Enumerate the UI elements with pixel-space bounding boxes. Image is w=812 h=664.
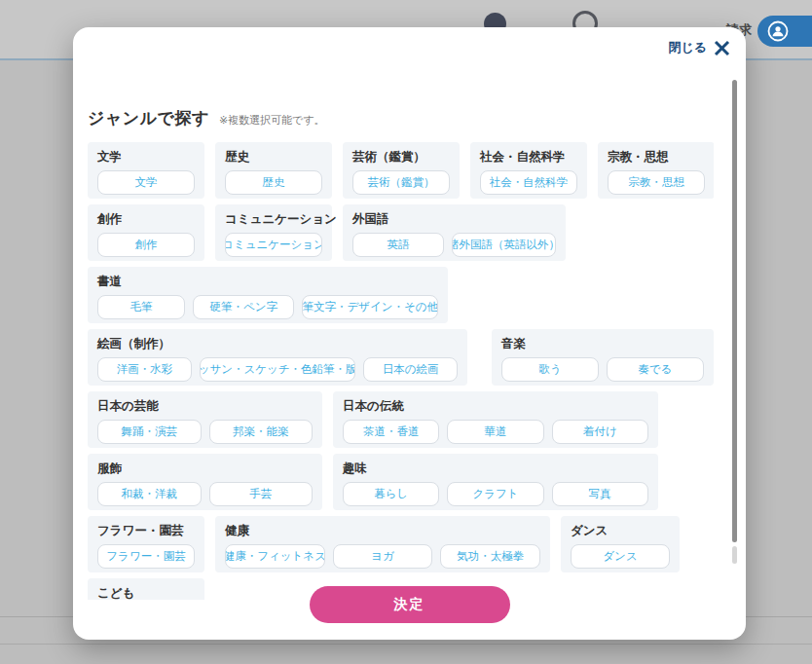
genre-button[interactable]: 硬筆・ペン字	[193, 295, 294, 319]
genre-button[interactable]: 健康・フィットネス	[225, 544, 325, 569]
background-divider	[0, 644, 812, 645]
genre-button[interactable]: 毛筆	[97, 295, 185, 319]
genre-row: 文学文学歴史歴史芸術（鑑賞）芸術（鑑賞）社会・自然科学社会・自然科学宗教・思想宗…	[88, 142, 714, 199]
genre-button[interactable]: 洋画・水彩	[97, 357, 192, 382]
genre-button[interactable]: 手芸	[209, 482, 314, 506]
genre-group-label: フラワー・園芸	[97, 524, 195, 538]
genre-group-label: 絵画（制作）	[97, 337, 458, 351]
genre-row: 絵画（制作）洋画・水彩デッサン・スケッチ・色鉛筆・版画日本の絵画音楽歌う奏でる	[88, 329, 714, 386]
close-icon	[714, 40, 730, 56]
genre-group: ダンスダンス	[561, 516, 680, 572]
genre-button[interactable]: デッサン・スケッチ・色鉛筆・版画	[200, 357, 355, 382]
genre-group: 歴史歴史	[215, 142, 332, 199]
genre-button-row: コミュニケーション	[225, 233, 322, 257]
genre-button-row: 創作	[97, 233, 195, 257]
genre-button[interactable]: 歌う	[501, 357, 599, 382]
genre-button-row: 暮らしクラフト写真	[343, 482, 648, 506]
genre-group: 外国語英語諸外国語（英語以外）	[343, 204, 566, 261]
genre-button[interactable]: 英語	[352, 233, 444, 257]
genre-group: こども	[88, 578, 204, 600]
genre-group-label: ダンス	[571, 524, 670, 538]
genre-button[interactable]: 写真	[552, 482, 648, 506]
genre-group: 音楽歌う奏でる	[492, 329, 714, 386]
genre-group-label: 服飾	[97, 461, 313, 476]
genre-button[interactable]: 邦楽・能楽	[209, 420, 314, 444]
genre-group-label: 歴史	[225, 150, 322, 165]
genre-button[interactable]: 文学	[97, 170, 195, 195]
genre-group: コミュニケーションコミュニケーション	[215, 204, 332, 261]
multi-select-note: ※複数選択可能です。	[219, 113, 325, 128]
genre-row: フラワー・園芸フラワー・園芸健康健康・フィットネスヨガ気功・太極拳ダンスダンス	[88, 516, 714, 572]
genre-button[interactable]: 社会・自然科学	[480, 170, 577, 195]
genre-group: フラワー・園芸フラワー・園芸	[88, 516, 204, 572]
genre-button[interactable]: クラフト	[447, 482, 543, 506]
genre-button[interactable]: 創作	[97, 233, 195, 257]
genre-group: 文学文学	[88, 142, 204, 199]
submit-button[interactable]: 決定	[310, 586, 510, 623]
close-button[interactable]: 閉じる	[668, 39, 730, 56]
genre-group-label: 創作	[97, 212, 195, 227]
genre-button-row: 芸術（鑑賞）	[352, 170, 450, 195]
account-button[interactable]	[757, 16, 812, 47]
genre-group-label: 外国語	[352, 212, 556, 227]
genre-row: 創作創作コミュニケーションコミュニケーション外国語英語諸外国語（英語以外）	[88, 204, 714, 261]
genre-button[interactable]: 宗教・思想	[608, 170, 705, 195]
genre-group: 創作創作	[88, 204, 204, 261]
genre-group-label: 健康	[225, 524, 540, 538]
genre-button[interactable]: 気功・太極拳	[440, 544, 540, 569]
genre-button[interactable]: 茶道・香道	[343, 420, 439, 444]
genre-button-row: 歴史	[225, 170, 322, 195]
genre-button-row: 歌う奏でる	[501, 357, 704, 382]
genre-group-label: 書道	[97, 275, 438, 289]
genre-button-row: ダンス	[571, 544, 670, 569]
genre-button[interactable]: ダンス	[571, 544, 670, 569]
genre-group: 健康健康・フィットネスヨガ気功・太極拳	[215, 516, 550, 572]
genre-button-row: 健康・フィットネスヨガ気功・太極拳	[225, 544, 540, 569]
genre-group-label: 文学	[97, 150, 195, 165]
genre-button[interactable]: 舞踊・演芸	[97, 420, 202, 444]
genre-button[interactable]: 歴史	[225, 170, 322, 195]
genre-group: 服飾和裁・洋裁手芸	[88, 454, 322, 510]
genre-button-row: 毛筆硬筆・ペン字筆文字・デザイン・その他	[97, 295, 438, 319]
genre-group-label: 日本の芸能	[97, 399, 313, 414]
genre-group: 趣味暮らしクラフト写真	[333, 454, 658, 510]
genre-row: 服飾和裁・洋裁手芸趣味暮らしクラフト写真	[88, 454, 714, 510]
genre-button-row: 洋画・水彩デッサン・スケッチ・色鉛筆・版画日本の絵画	[97, 357, 458, 382]
genre-button-row: 宗教・思想	[608, 170, 705, 195]
genre-group-label: 社会・自然科学	[480, 150, 577, 165]
genre-button-row: フラワー・園芸	[97, 544, 195, 569]
genre-button[interactable]: フラワー・園芸	[97, 544, 195, 569]
genre-group: 日本の芸能舞踊・演芸邦楽・能楽	[88, 391, 322, 448]
genre-button[interactable]: 諸外国語（英語以外）	[452, 233, 556, 257]
genre-button[interactable]: 日本の絵画	[363, 357, 458, 382]
genre-button-row: 社会・自然科学	[480, 170, 577, 195]
genre-button[interactable]: 和裁・洋裁	[97, 482, 202, 506]
genre-button[interactable]: 着付け	[552, 420, 648, 444]
genre-button-row: 茶道・香道華道着付け	[343, 420, 648, 444]
genre-group: 芸術（鑑賞）芸術（鑑賞）	[343, 142, 460, 199]
genre-group-label: こども	[97, 586, 195, 600]
genre-group-label: 趣味	[343, 461, 648, 476]
genre-button[interactable]: ヨガ	[333, 544, 433, 569]
modal-title: ジャンルで探す	[88, 107, 209, 129]
genre-group-label: 日本の伝統	[343, 399, 648, 414]
genre-button-row: 舞踊・演芸邦楽・能楽	[97, 420, 313, 444]
genre-filter-modal: 閉じる ジャンルで探す ※複数選択可能です。 文学文学歴史歴史芸術（鑑賞）芸術（…	[73, 27, 746, 640]
genre-button[interactable]: 華道	[447, 420, 543, 444]
genre-list-container: ジャンルで探す ※複数選択可能です。 文学文学歴史歴史芸術（鑑賞）芸術（鑑賞）社…	[88, 97, 714, 600]
modal-title-row: ジャンルで探す ※複数選択可能です。	[88, 107, 714, 127]
account-person-icon	[767, 20, 789, 42]
genre-button[interactable]: 暮らし	[343, 482, 439, 506]
genre-group-label: 宗教・思想	[608, 150, 705, 165]
close-button-label: 閉じる	[668, 39, 707, 56]
genre-button[interactable]: 奏でる	[607, 357, 704, 382]
genre-group-label: 芸術（鑑賞）	[352, 150, 450, 165]
genre-button[interactable]: 筆文字・デザイン・その他	[302, 295, 438, 319]
genre-group-label: コミュニケーション	[225, 212, 322, 227]
genre-button[interactable]: コミュニケーション	[225, 233, 322, 257]
modal-scrollbar[interactable]	[732, 80, 737, 542]
genre-group: 日本の伝統茶道・香道華道着付け	[333, 391, 658, 448]
genre-group: 宗教・思想宗教・思想	[598, 142, 714, 199]
genre-group-label: 音楽	[501, 337, 704, 351]
genre-button[interactable]: 芸術（鑑賞）	[352, 170, 450, 195]
